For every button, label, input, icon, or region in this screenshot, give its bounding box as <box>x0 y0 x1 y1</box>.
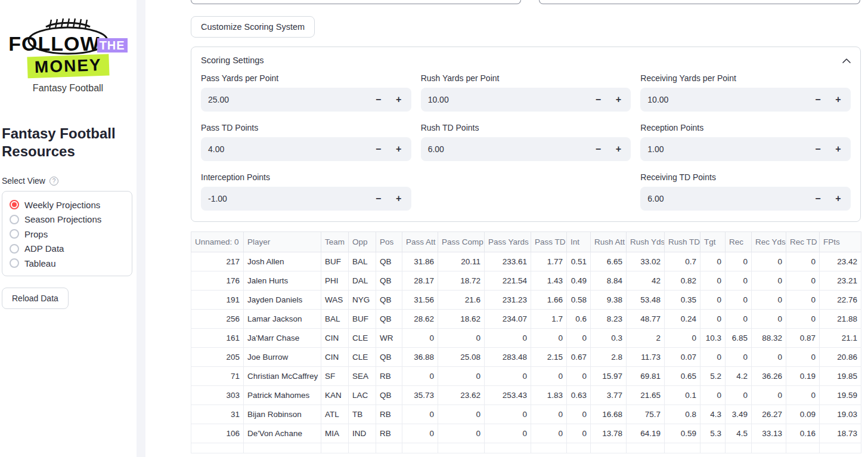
table-cell[interactable]: 0 <box>438 405 485 424</box>
table-header-cell[interactable]: Rec Yds <box>752 232 786 252</box>
table-cell[interactable] <box>700 443 726 453</box>
table-cell[interactable]: 36.88 <box>402 348 438 367</box>
table-cell[interactable]: IND <box>349 424 376 443</box>
table-cell[interactable]: 0 <box>531 329 567 348</box>
number-input[interactable]: 6.00−+ <box>640 187 851 211</box>
table-header-cell[interactable]: Rec TD <box>786 232 820 252</box>
table-cell[interactable]: 23.42 <box>820 252 861 271</box>
increment-button[interactable]: + <box>828 137 848 161</box>
table-cell[interactable]: 0.16 <box>786 424 820 443</box>
table-cell[interactable]: RB <box>376 424 402 443</box>
table-cell[interactable]: 0.67 <box>567 348 591 367</box>
help-icon[interactable]: ? <box>49 177 58 186</box>
decrement-button[interactable]: − <box>368 187 389 211</box>
table-cell[interactable]: De'Von Achane <box>244 424 321 443</box>
table-cell[interactable]: 21.1 <box>820 329 861 348</box>
table-cell[interactable]: 31.56 <box>402 291 438 310</box>
table-cell[interactable]: 10.3 <box>700 329 726 348</box>
table-cell[interactable]: 0.51 <box>567 252 591 271</box>
table-cell[interactable]: 26.27 <box>752 405 786 424</box>
decrement-button[interactable]: − <box>808 187 828 211</box>
table-cell[interactable]: 221.54 <box>485 271 531 291</box>
number-input[interactable]: 4.00−+ <box>201 137 411 161</box>
number-input-value[interactable]: 4.00 <box>208 144 368 154</box>
table-cell[interactable]: 0 <box>752 386 786 405</box>
table-cell[interactable]: 233.61 <box>485 252 531 271</box>
table-cell[interactable]: PHI <box>321 271 349 291</box>
table-cell[interactable]: CIN <box>321 329 349 348</box>
table-cell[interactable]: 28.17 <box>402 271 438 291</box>
decrement-button[interactable]: − <box>588 137 608 161</box>
table-cell[interactable]: 1.83 <box>531 386 567 405</box>
table-cell[interactable]: 0 <box>752 252 786 271</box>
radio-option-season-projections[interactable]: Season Projections <box>10 212 127 227</box>
table-cell[interactable]: 0.3 <box>591 329 627 348</box>
table-cell[interactable]: 18.62 <box>438 310 485 329</box>
table-cell[interactable] <box>349 443 376 453</box>
table-cell[interactable]: 19.03 <box>820 405 861 424</box>
table-cell[interactable]: 8.84 <box>591 271 627 291</box>
number-input-value[interactable]: 1.00 <box>647 144 808 154</box>
table-cell[interactable]: 0 <box>726 252 752 271</box>
number-input-value[interactable]: -1.00 <box>208 194 368 203</box>
table-cell[interactable]: 4.3 <box>700 405 726 424</box>
table-cell[interactable]: 0 <box>665 329 700 348</box>
number-input-value[interactable]: 10.00 <box>647 95 808 104</box>
table-cell[interactable]: Joe Burrow <box>244 348 321 367</box>
table-cell[interactable]: BUF <box>321 252 349 271</box>
table-cell[interactable] <box>485 443 531 453</box>
table-cell[interactable]: 4.2 <box>726 367 752 386</box>
table-cell[interactable] <box>726 443 752 453</box>
table-cell[interactable]: QB <box>376 310 402 329</box>
table-cell[interactable]: 0.07 <box>665 348 700 367</box>
table-cell[interactable]: QB <box>376 291 402 310</box>
table-cell[interactable]: 0 <box>726 310 752 329</box>
projections-table[interactable]: Unnamed: 0PlayerTeamOppPosPass AttPass C… <box>191 231 861 453</box>
table-cell[interactable]: Bijan Robinson <box>244 405 321 424</box>
table-cell[interactable]: 0 <box>438 367 485 386</box>
table-cell[interactable]: 0 <box>485 424 531 443</box>
number-input-value[interactable]: 25.00 <box>208 95 368 104</box>
table-cell[interactable]: 0 <box>531 367 567 386</box>
table-cell[interactable]: 48.77 <box>627 310 665 329</box>
table-cell[interactable]: 0.19 <box>786 367 820 386</box>
table-cell[interactable]: MIA <box>321 424 349 443</box>
table-cell[interactable]: 21.65 <box>627 386 665 405</box>
table-header-cell[interactable]: Player <box>244 232 321 252</box>
table-cell[interactable]: 2 <box>627 329 665 348</box>
table-cell[interactable]: 0 <box>726 386 752 405</box>
increment-button[interactable]: + <box>608 88 628 112</box>
table-cell[interactable]: 283.48 <box>485 348 531 367</box>
table-cell[interactable]: 0.8 <box>665 405 700 424</box>
table-cell[interactable]: RB <box>376 367 402 386</box>
table-cell[interactable]: 1.7 <box>531 310 567 329</box>
table-cell[interactable]: 9.38 <box>591 291 627 310</box>
table-cell[interactable]: 1.43 <box>531 271 567 291</box>
table-cell[interactable]: 8.23 <box>591 310 627 329</box>
table-header-cell[interactable]: Team <box>321 232 349 252</box>
table-header-cell[interactable]: Pass Yards <box>485 232 531 252</box>
table-cell[interactable]: 0 <box>438 329 485 348</box>
table-cell[interactable]: 28.62 <box>402 310 438 329</box>
table-cell[interactable]: 0 <box>402 424 438 443</box>
table-header-cell[interactable]: Opp <box>349 232 376 252</box>
table-cell[interactable]: 0 <box>531 424 567 443</box>
customize-scoring-button[interactable]: Customize Scoring System <box>191 16 315 38</box>
table-cell[interactable] <box>376 443 402 453</box>
table-cell[interactable]: 0.58 <box>567 291 591 310</box>
table-cell[interactable]: 21.88 <box>820 310 861 329</box>
table-cell[interactable]: 0.65 <box>665 367 700 386</box>
table-cell[interactable]: 0 <box>752 271 786 291</box>
table-cell[interactable]: ATL <box>321 405 349 424</box>
table-cell[interactable]: 35.73 <box>402 386 438 405</box>
table-cell[interactable]: LAC <box>349 386 376 405</box>
table-cell[interactable]: 23.21 <box>820 271 861 291</box>
table-cell[interactable]: CIN <box>321 348 349 367</box>
increment-button[interactable]: + <box>828 187 848 211</box>
table-cell[interactable]: 0 <box>567 405 591 424</box>
table-cell[interactable]: 106 <box>191 424 244 443</box>
table-cell[interactable]: 0 <box>402 367 438 386</box>
table-cell[interactable]: SF <box>321 367 349 386</box>
table-cell[interactable]: 33.13 <box>752 424 786 443</box>
table-cell[interactable]: 253.43 <box>485 386 531 405</box>
